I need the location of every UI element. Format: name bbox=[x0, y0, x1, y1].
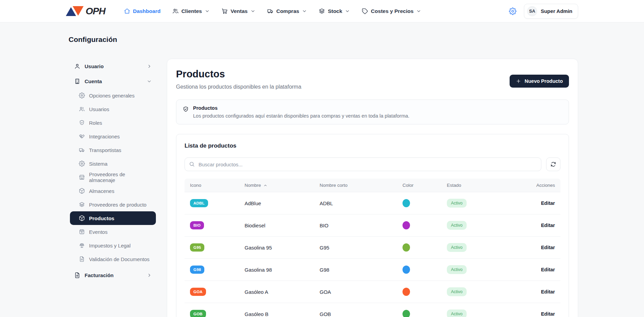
sidebar-item-integraciones[interactable]: Integraciones bbox=[70, 130, 156, 143]
chevron-down-icon bbox=[416, 9, 421, 14]
product-color-dot bbox=[402, 310, 410, 317]
product-name: AdBlue bbox=[245, 200, 261, 206]
plus-icon bbox=[516, 78, 521, 84]
product-color-dot bbox=[402, 243, 410, 252]
users-icon bbox=[172, 8, 179, 14]
sidebar-item-opciones-generales[interactable]: Opciones generales bbox=[70, 89, 156, 102]
cart-icon bbox=[221, 8, 228, 14]
table-body: ADBLAdBlueADBLActivoEditarBIOBiodieselBI… bbox=[185, 192, 560, 317]
column-header-icono[interactable]: Icono bbox=[185, 183, 239, 188]
sidebar-item-proveedores-de-almacenaje[interactable]: Proveedores de almacenaje bbox=[70, 170, 156, 184]
event-icon bbox=[79, 229, 85, 235]
edit-button[interactable]: Editar bbox=[541, 223, 555, 228]
package-icon bbox=[79, 188, 85, 194]
status-badge: Activo bbox=[447, 243, 467, 252]
sidebar-item-impuestos-y-legal[interactable]: Impuestos y Legal bbox=[70, 239, 156, 252]
scales-icon bbox=[79, 242, 85, 248]
new-product-button[interactable]: Nuevo Producto bbox=[510, 75, 569, 88]
chevron-down-icon bbox=[147, 79, 152, 84]
sidebar-item-sistema[interactable]: Sistema bbox=[70, 157, 156, 170]
products-panel: Productos Gestiona los productos disponi… bbox=[167, 59, 578, 317]
sidebar-item-productos[interactable]: Productos bbox=[70, 211, 156, 225]
products-table: IconoNombreNombre cortoColorEstadoAccion… bbox=[185, 179, 560, 317]
product-short-name: GOA bbox=[320, 289, 331, 295]
edit-button[interactable]: Editar bbox=[541, 267, 555, 272]
column-header-nombre[interactable]: Nombre bbox=[239, 183, 314, 188]
info-box-title: Productos bbox=[193, 105, 409, 111]
refresh-button[interactable] bbox=[546, 157, 560, 171]
status-badge: Activo bbox=[447, 287, 467, 296]
nav-item-costes-y-precios[interactable]: Costes y Precios bbox=[357, 4, 425, 18]
table-header-row: IconoNombreNombre cortoColorEstadoAccion… bbox=[185, 179, 560, 192]
table-row: G98Gasolina 98G98ActivoEditar bbox=[185, 259, 560, 281]
table-row: ADBLAdBlueADBLActivoEditar bbox=[185, 192, 560, 214]
sidebar-item-almacenes[interactable]: Almacenes bbox=[70, 184, 156, 198]
product-code-badge: G95 bbox=[190, 243, 204, 252]
user-avatar: SA bbox=[527, 6, 537, 16]
search-products-input[interactable] bbox=[185, 157, 541, 171]
sidebar-item-transportistas[interactable]: Transportistas bbox=[70, 143, 156, 157]
sidebar-item-validación-de-documentos[interactable]: Validación de Documentos bbox=[70, 252, 156, 266]
product-code-badge: ADBL bbox=[190, 199, 208, 207]
main-nav: DashboardClientesVentasComprasStockCoste… bbox=[120, 4, 426, 18]
product-short-name: G98 bbox=[320, 267, 329, 273]
layers-icon bbox=[319, 8, 325, 14]
product-color-dot bbox=[402, 221, 410, 229]
nav-item-dashboard[interactable]: Dashboard bbox=[120, 4, 165, 18]
chevron-right-icon bbox=[147, 64, 152, 69]
handshake-icon bbox=[79, 133, 85, 139]
sidebar-item-proveedores-de-producto[interactable]: Proveedores de producto bbox=[70, 198, 156, 211]
edit-button[interactable]: Editar bbox=[541, 311, 555, 317]
column-header-color[interactable]: Color bbox=[397, 183, 441, 188]
status-badge: Activo bbox=[447, 199, 467, 208]
sidebar-item-roles[interactable]: Roles bbox=[70, 116, 156, 130]
search-icon bbox=[189, 161, 195, 167]
settings-sidebar: UsuarioCuentaOpciones generalesUsuariosR… bbox=[70, 59, 156, 283]
chevron-down-icon bbox=[345, 9, 350, 14]
shield-check-icon bbox=[182, 106, 189, 112]
edit-button[interactable]: Editar bbox=[541, 200, 555, 206]
sidebar-item-cuenta[interactable]: Cuenta bbox=[70, 74, 156, 89]
product-color-dot bbox=[402, 288, 410, 296]
chevron-down-icon bbox=[205, 9, 210, 14]
sidebar-item-facturación[interactable]: Facturación bbox=[70, 268, 156, 283]
refresh-icon bbox=[550, 161, 556, 167]
app-logo[interactable]: OPH bbox=[66, 6, 105, 17]
column-header-nombre-corto[interactable]: Nombre corto bbox=[314, 183, 397, 188]
edit-button[interactable]: Editar bbox=[541, 245, 555, 250]
package-icon bbox=[79, 215, 85, 221]
nav-item-stock[interactable]: Stock bbox=[314, 4, 354, 18]
warehouse-icon bbox=[79, 174, 85, 180]
chevron-down-icon bbox=[302, 9, 307, 14]
chevron-down-icon bbox=[250, 9, 255, 14]
product-short-name: G95 bbox=[320, 245, 329, 251]
nav-item-clientes[interactable]: Clientes bbox=[168, 4, 214, 18]
products-info-box: Productos Los productos configurados aqu… bbox=[176, 100, 569, 124]
column-header-estado[interactable]: Estado bbox=[441, 183, 513, 188]
sidebar-item-eventos[interactable]: Eventos bbox=[70, 225, 156, 239]
users-icon bbox=[79, 106, 85, 112]
sidebar-item-usuarios[interactable]: Usuarios bbox=[70, 102, 156, 116]
chevron-right-icon bbox=[147, 273, 152, 278]
product-name: Gasóleo B bbox=[245, 311, 268, 317]
settings-gear-icon[interactable] bbox=[509, 7, 516, 15]
gear-icon bbox=[79, 92, 85, 99]
product-name: Gasolina 95 bbox=[245, 245, 272, 251]
nav-item-ventas[interactable]: Ventas bbox=[217, 4, 260, 18]
product-code-badge: GOB bbox=[190, 310, 206, 317]
table-row: GOAGasóleo AGOAActivoEditar bbox=[185, 281, 560, 303]
user-menu-button[interactable]: SA Super Admin bbox=[524, 4, 578, 19]
nav-item-compras[interactable]: Compras bbox=[263, 4, 311, 18]
edit-button[interactable]: Editar bbox=[541, 289, 555, 295]
product-short-name: GOB bbox=[320, 311, 331, 317]
list-title: Lista de productos bbox=[185, 142, 560, 149]
gear-icon bbox=[79, 161, 85, 167]
sidebar-item-usuario[interactable]: Usuario bbox=[70, 59, 156, 74]
column-header-acciones[interactable]: Acciones bbox=[513, 183, 560, 188]
status-badge: Activo bbox=[447, 265, 467, 274]
info-box-description: Los productos configurados aquí estarán … bbox=[193, 113, 409, 119]
page-title: Configuración bbox=[69, 35, 578, 44]
tag-icon bbox=[362, 8, 368, 14]
truck-icon bbox=[267, 8, 274, 14]
logo-triangles-icon bbox=[66, 6, 84, 17]
